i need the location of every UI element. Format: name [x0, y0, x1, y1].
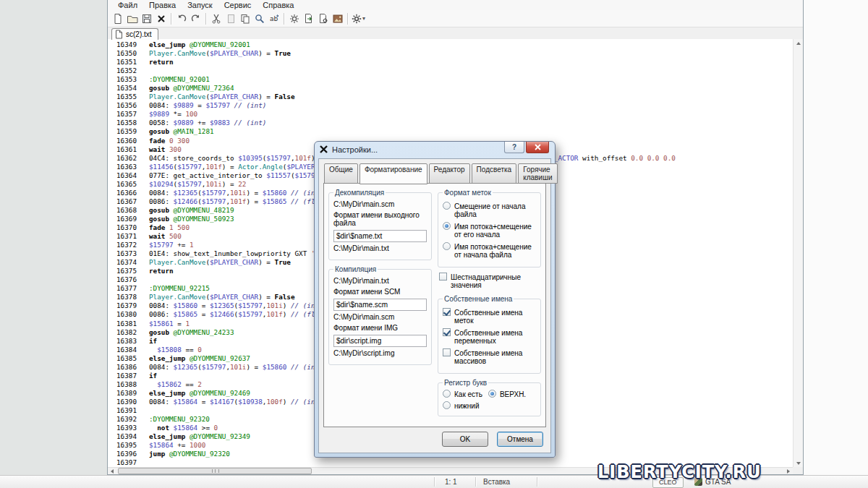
- hex-values-option: Шестнадцатиричные значения: [439, 273, 540, 289]
- cut-icon[interactable]: [209, 12, 224, 25]
- decompile-source-path: C:\MyDir\main.scm: [333, 200, 427, 208]
- find-icon[interactable]: [252, 12, 267, 25]
- option-label: Имя потока+смещение от его начала: [454, 222, 536, 239]
- tab-hotkeys[interactable]: Горячие клавиши: [518, 163, 557, 184]
- cancel-button[interactable]: Отмена: [497, 432, 543, 447]
- code-line[interactable]: 16350Player.CanMove($PLAYER_CHAR) = True: [108, 49, 793, 58]
- radio-icon: [443, 222, 451, 230]
- tab-highlight[interactable]: Подсветка: [472, 163, 517, 184]
- code-line[interactable]: 163580058: $9889 += $9883 // (int): [108, 119, 793, 127]
- scm-format-input[interactable]: [333, 299, 427, 311]
- menu-help[interactable]: Справка: [257, 1, 299, 9]
- label-format-options: Смещение от начала файлаИмя потока+смеще…: [443, 202, 536, 259]
- vertical-scrollbar[interactable]: [793, 39, 803, 467]
- redo-icon[interactable]: [189, 12, 203, 25]
- open-folder-icon[interactable]: [125, 12, 140, 25]
- tab-formatting[interactable]: Форматирование: [359, 163, 427, 184]
- undo-icon[interactable]: [174, 12, 189, 25]
- dialog-close-button[interactable]: [526, 142, 549, 153]
- desktop-background: [804, 0, 868, 475]
- option-label: Шестнадцатиричные значения: [451, 273, 540, 289]
- option-label: ВЕРХН.: [500, 390, 526, 398]
- scroll-left-icon[interactable]: [108, 468, 116, 474]
- code-line[interactable]: 16357$9889 *= 100: [108, 110, 793, 119]
- toolbar-separator: [284, 13, 285, 25]
- decompile-icon[interactable]: [316, 12, 331, 25]
- code-line[interactable]: 16352: [108, 67, 793, 75]
- option-label: Как есть: [454, 390, 482, 398]
- compile-copy-icon[interactable]: [302, 12, 316, 25]
- dialog-titlebar[interactable]: Настройки... ?: [315, 142, 555, 157]
- menu-tools[interactable]: Сервис: [218, 1, 258, 9]
- options-gear-icon[interactable]: ▾: [351, 12, 365, 25]
- paste-icon[interactable]: [224, 12, 238, 25]
- scroll-down-icon[interactable]: [793, 459, 804, 467]
- checkbox-icon: [439, 273, 447, 281]
- new-file-icon[interactable]: [111, 12, 125, 25]
- radio-icon: [443, 390, 451, 398]
- code-line[interactable]: 16359gosub @MAIN_1281: [108, 127, 793, 136]
- img-tool-icon[interactable]: [331, 12, 345, 25]
- radio-option[interactable]: нижний: [443, 401, 480, 410]
- insert-mode: Вставка: [483, 477, 510, 487]
- scroll-right-icon[interactable]: [784, 468, 793, 474]
- code-line[interactable]: 16354gosub @DYOMMENU_72364: [108, 84, 793, 93]
- scrollbar-thumb[interactable]: [118, 468, 312, 474]
- custom-names-options: Собственные имена метокСобственные имена…: [443, 308, 536, 365]
- radio-option[interactable]: Имя потока+смещение от его начала: [443, 222, 536, 239]
- checkbox-icon: [443, 328, 451, 336]
- tab-editor[interactable]: Редактор: [429, 163, 470, 184]
- checkbox-option[interactable]: Собственные имена массивов: [443, 348, 536, 365]
- ok-button[interactable]: OK: [442, 432, 488, 447]
- close-file-icon[interactable]: [154, 12, 169, 25]
- code-line[interactable]: 16349else_jump @DYOMMENU_92001: [108, 40, 793, 49]
- output-format-input[interactable]: [333, 230, 427, 242]
- code-line[interactable]: 16355Player.CanMove($PLAYER_CHAR) = Fals…: [108, 93, 793, 101]
- decompile-group-title: Декомпиляция: [333, 189, 386, 197]
- code-line[interactable]: 16351return: [108, 58, 793, 67]
- libertycity-watermark: LibertyCity.Ru: [597, 462, 762, 482]
- code-line[interactable]: 16353:DYOMMENU_92001: [108, 75, 793, 84]
- scrollbar-corner: [793, 467, 803, 474]
- toolbar-separator: [347, 13, 349, 25]
- dialog-help-button[interactable]: ?: [504, 142, 524, 153]
- scm-output-path: C:\MyDir\main.scm: [333, 313, 427, 321]
- radio-option[interactable]: ВЕРХН.: [488, 390, 526, 398]
- toolbar: ab ▾: [108, 10, 803, 27]
- img-output-path: C:\MyDir\script.img: [333, 349, 427, 357]
- radio-option[interactable]: Смещение от начала файла: [443, 202, 536, 218]
- label-format-group: Формат меток Смещение от начала файлаИмя…: [438, 189, 541, 267]
- radio-icon: [443, 401, 451, 409]
- save-icon[interactable]: [140, 12, 154, 25]
- radio-icon: [488, 390, 496, 398]
- compile-group-title: Компиляция: [333, 265, 378, 273]
- file-icon: [115, 30, 123, 39]
- checkbox-option[interactable]: Собственные имена переменных: [443, 328, 536, 345]
- option-label: Собственные имена меток: [454, 308, 536, 325]
- menu-file[interactable]: Файл: [112, 1, 143, 9]
- tab-sc2-txt[interactable]: sc(2).txt: [111, 28, 158, 40]
- dropdown-caret-icon: ▾: [362, 15, 365, 22]
- checkbox-icon: [443, 308, 451, 316]
- checkbox-icon: [443, 348, 451, 356]
- code-line[interactable]: 163560084: $9889 = $15797 // (int): [108, 101, 793, 110]
- scroll-up-icon[interactable]: [793, 39, 804, 47]
- img-format-input[interactable]: [333, 335, 427, 347]
- menu-run[interactable]: Запуск: [182, 1, 218, 9]
- decompile-output-path: C:\MyDir\main.txt: [333, 244, 427, 252]
- menu-edit[interactable]: Правка: [143, 1, 182, 9]
- radio-option[interactable]: Как есть: [443, 390, 482, 398]
- radio-option[interactable]: Имя потока+смещение от начала файла: [443, 242, 536, 259]
- sanny-logo-icon: [319, 145, 328, 154]
- replace-icon[interactable]: ab: [267, 12, 281, 25]
- copy-icon[interactable]: [238, 12, 252, 25]
- tab-general[interactable]: Общие: [324, 163, 358, 184]
- checkbox-option[interactable]: Собственные имена меток: [443, 308, 536, 325]
- option-label: Смещение от начала файла: [454, 202, 536, 218]
- dialog-title: Настройки...: [332, 145, 378, 154]
- option-label: Имя потока+смещение от начала файла: [454, 242, 536, 259]
- menu-bar: Файл Правка Запуск Сервис Справка: [108, 0, 803, 10]
- checkbox-option[interactable]: Шестнадцатиричные значения: [439, 273, 540, 289]
- toolbar-separator: [205, 13, 207, 25]
- compile-icon[interactable]: [287, 12, 302, 25]
